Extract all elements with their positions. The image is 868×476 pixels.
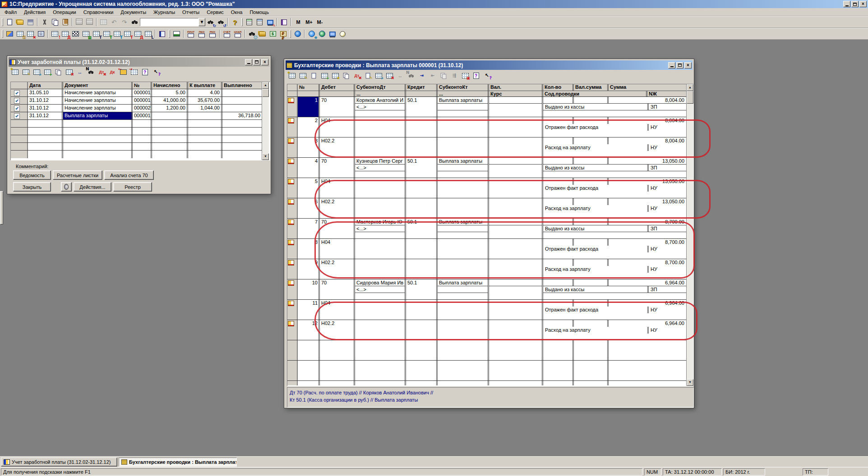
minimize-button[interactable] bbox=[843, 1, 850, 7]
payroll-row[interactable]: ✔ 31.05.10 Начисление зарплаты 000001 5.… bbox=[11, 89, 262, 97]
actions-button[interactable]: Действия... bbox=[74, 182, 111, 192]
payment-order-icon[interactable]: ПЛАТ bbox=[185, 30, 196, 38]
move-dashed-icon[interactable]: ⇶ bbox=[450, 72, 459, 79]
web-link-icon[interactable] bbox=[317, 29, 327, 39]
col-header-subconto-dt[interactable]: СубконтоДт bbox=[355, 84, 406, 91]
split-move-icon[interactable]: ⇥ bbox=[417, 72, 426, 79]
person-transfer-icon[interactable]: ☺ bbox=[36, 29, 46, 39]
invoice-icon[interactable]: СЧЕТ bbox=[222, 30, 232, 38]
help-icon[interactable]: ? bbox=[230, 18, 240, 27]
disc-button[interactable] bbox=[61, 182, 72, 192]
toolbar-handle[interactable] bbox=[2, 18, 3, 26]
entries-titlebar[interactable]: Бухгалтерские проводки : Выплата зарплат… bbox=[286, 60, 693, 70]
money-icon[interactable]: $ bbox=[268, 29, 278, 39]
scroll-up-icon[interactable]: ▲ bbox=[687, 84, 693, 91]
print-icon[interactable] bbox=[74, 18, 84, 27]
find-dropdown-arrow[interactable]: ▼ bbox=[199, 18, 205, 26]
undo-icon[interactable]: ↶ bbox=[109, 18, 119, 27]
table-key-icon[interactable]: ⚿ bbox=[15, 29, 25, 39]
toolbar-handle[interactable] bbox=[2, 30, 3, 38]
posting-row[interactable]: 12 Н02.2 6,964.00 Расход на зарплатуНУ bbox=[287, 320, 686, 340]
col-header-accrued[interactable]: Начислено bbox=[152, 82, 188, 89]
menu-file[interactable]: Файл bbox=[1, 9, 20, 16]
add-line-icon[interactable]: + bbox=[43, 68, 52, 76]
menu-reports[interactable]: Отчеты bbox=[179, 9, 203, 16]
kt-delete-icon[interactable]: Дк bbox=[108, 68, 117, 76]
find-input[interactable] bbox=[140, 18, 199, 26]
menu-windows[interactable]: Окна bbox=[227, 9, 246, 16]
save-icon[interactable] bbox=[25, 18, 36, 27]
col-header-currency-sum[interactable]: Вал.сумма bbox=[574, 84, 609, 91]
maximize-button[interactable] bbox=[851, 1, 859, 7]
ie-icon[interactable]: e bbox=[306, 29, 317, 39]
help-icon[interactable]: ? bbox=[471, 72, 480, 79]
delete-entry-icon[interactable]: ✖ bbox=[385, 72, 394, 79]
copy-gray-icon[interactable] bbox=[439, 72, 448, 79]
toolbar-handle[interactable] bbox=[241, 18, 243, 26]
column-width-icon[interactable]: ↔ bbox=[75, 68, 84, 76]
settings-target-icon[interactable]: ▣ bbox=[461, 72, 470, 79]
edit-entry-icon[interactable]: ✎ bbox=[298, 72, 307, 79]
menu-journals[interactable]: Журналы bbox=[150, 9, 179, 16]
vertical-scrollbar[interactable]: ▲ ▼ bbox=[686, 84, 693, 386]
payroll-row[interactable]: ✔ 31.10.12 Начисление зарплаты 000001 41… bbox=[11, 97, 262, 105]
properties-icon[interactable] bbox=[98, 18, 109, 27]
find-number-icon[interactable]: N bbox=[406, 72, 416, 79]
close-button[interactable]: × bbox=[261, 59, 268, 65]
posting-row[interactable]: 2 Н04 8,004.00 Отражен факт расходаНУ bbox=[287, 117, 686, 137]
col-header-qty[interactable]: Кол-во bbox=[543, 84, 574, 91]
checkbox-checked-icon[interactable]: ✔ bbox=[14, 90, 20, 96]
edit-icon[interactable]: ✎ bbox=[21, 68, 30, 76]
close-button[interactable]: × bbox=[684, 62, 692, 69]
new-icon[interactable] bbox=[5, 18, 15, 27]
payroll-row-selected[interactable]: ✔ 31.10.12 Выплата зарплаты 000001 36,71… bbox=[11, 112, 262, 120]
checkbox-checked-icon[interactable]: ✔ bbox=[14, 105, 20, 111]
posting-row[interactable]: 9 Н02.2 8,700.00 Расход на зарплатуНУ bbox=[287, 259, 686, 279]
vertical-scrollbar[interactable]: ▲ ▼ bbox=[262, 82, 269, 160]
minimize-button[interactable] bbox=[668, 62, 675, 69]
pay-slips-button[interactable]: Расчетные листки bbox=[53, 170, 102, 180]
context-help-icon[interactable]: ↖? bbox=[482, 72, 491, 79]
move-in-icon[interactable]: ← bbox=[119, 68, 128, 76]
edit-document-icon[interactable]: ✎ bbox=[363, 72, 372, 79]
account70-analysis-button[interactable]: Анализ счета 70 bbox=[104, 170, 154, 180]
calculator-icon[interactable] bbox=[244, 18, 254, 27]
scroll-thumb[interactable] bbox=[262, 89, 269, 97]
to-end-icon[interactable]: ⇤ bbox=[428, 72, 437, 79]
grid-d-icon[interactable]: Д bbox=[133, 29, 143, 39]
cut-icon[interactable] bbox=[39, 18, 50, 27]
menu-operations[interactable]: Операции bbox=[49, 9, 79, 16]
posting-row[interactable]: 11 Н04 6,964.00 Отражен факт расходаНУ bbox=[287, 300, 686, 320]
posting-row[interactable]: 3 Н02.2 8,004.00 Расход на зарплатуНУ bbox=[287, 137, 686, 158]
memory-add-button[interactable]: M+ bbox=[304, 18, 314, 27]
col-header-number[interactable]: № bbox=[133, 82, 152, 89]
context-help-icon[interactable]: ↖? bbox=[151, 68, 160, 76]
redo-icon[interactable]: ↷ bbox=[119, 18, 129, 27]
checkerboard-icon[interactable] bbox=[70, 29, 81, 39]
col-header-date[interactable]: Дата bbox=[28, 82, 63, 89]
col-header-debit[interactable]: Дебет bbox=[320, 84, 355, 91]
payroll-row[interactable]: ✔ 31.10.12 Начисление зарплаты 000002 1,… bbox=[11, 105, 262, 112]
monitor-edit-icon[interactable]: ✎ bbox=[265, 18, 275, 27]
column-width-icon[interactable]: ↔ bbox=[396, 72, 405, 79]
delete-line-icon[interactable]: ✖ bbox=[65, 68, 74, 76]
minimize-button[interactable] bbox=[245, 59, 252, 65]
posting-row[interactable]: 6 Н02.2 13,050.00 Расход на зарплатуНУ bbox=[287, 198, 686, 219]
chart-icon[interactable] bbox=[171, 29, 182, 39]
col-header-sum[interactable]: Сумма bbox=[609, 84, 686, 91]
maximize-button[interactable] bbox=[676, 62, 683, 69]
copy-entry-icon[interactable]: ★ bbox=[331, 72, 340, 79]
posting-row[interactable]: 1 70 Коряков Анатолий И<...> 50.1 Выплат… bbox=[287, 97, 686, 117]
new-entry-icon[interactable]: ★ bbox=[287, 72, 296, 79]
t-account-up-icon[interactable]: Т bbox=[112, 29, 122, 39]
globe-icon[interactable] bbox=[292, 29, 303, 39]
col-header-currency[interactable]: Вал. bbox=[489, 84, 543, 91]
t-account-down-icon[interactable]: Т bbox=[102, 29, 112, 39]
posting-row[interactable]: 7 70 Мастерков Игорь Ю<...> 50.1 Выплата… bbox=[287, 219, 686, 239]
find-magnifier-icon[interactable]: ⌕ bbox=[374, 72, 383, 79]
t-account-x-icon[interactable]: Т bbox=[122, 29, 133, 39]
pko-icon[interactable]: ПКО bbox=[196, 30, 207, 38]
copy-line-icon[interactable] bbox=[54, 68, 63, 76]
timesheet-icon[interactable]: ★ bbox=[10, 68, 19, 76]
salary-group-icon[interactable]: ₽₽ bbox=[278, 29, 288, 39]
